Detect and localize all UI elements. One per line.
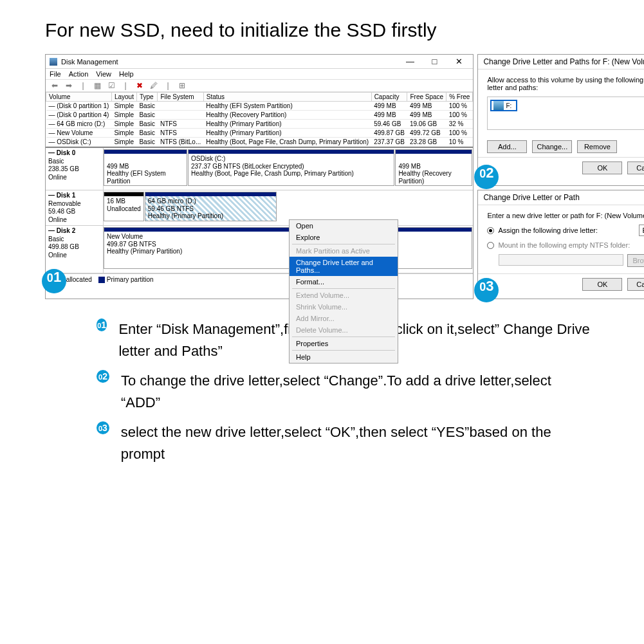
disk-label[interactable]: — Disk 1 Removable 59.48 GB Online (46, 190, 104, 225)
ok-button[interactable]: OK (582, 161, 622, 174)
legend-primary: Primary partition (107, 276, 154, 283)
col-free[interactable]: Free Space (407, 93, 446, 102)
bullet-icon: 02 (97, 370, 109, 383)
ctx-change-drive-letter[interactable]: Change Drive Letter and Paths... (290, 257, 398, 276)
table-row[interactable]: — 64 GB micro (D:)SimpleBasicNTFSHealthy… (46, 120, 473, 129)
col-status[interactable]: Status (203, 93, 371, 102)
close-button[interactable]: ✕ (448, 57, 469, 66)
headline: For new SSD, need to initialize the SSD … (0, 0, 644, 48)
browse-button: Browse... (627, 254, 644, 267)
delete-icon[interactable]: ✖ (134, 81, 145, 90)
table-row[interactable]: — OSDisk (C:)SimpleBasicNTFS (BitLo...He… (46, 138, 473, 147)
radio-assign-label: Assign the following drive letter: (498, 226, 598, 234)
ctx-help[interactable]: Help (290, 351, 398, 363)
instruction-step-2: To change the drive letter,select “Chang… (121, 370, 593, 414)
ctx-delete: Delete Volume... (290, 324, 398, 336)
table-row[interactable]: — (Disk 0 partition 1)SimpleBasicHealthy… (46, 102, 473, 111)
ok-button[interactable]: OK (582, 278, 622, 291)
minimize-button[interactable]: — (400, 57, 420, 66)
table-row[interactable]: — New VolumeSimpleBasicNTFSHealthy (Prim… (46, 129, 473, 138)
maximize-button[interactable]: □ (424, 57, 445, 66)
dialog-title: Change Drive Letter or Path (483, 193, 579, 202)
context-menu: Open Explore Mark Partition as Active Ch… (289, 219, 398, 363)
ctx-explore[interactable]: Explore (290, 232, 398, 243)
dialog-message: Allow access to this volume by using the… (487, 76, 644, 91)
col-fs[interactable]: File System (158, 93, 203, 102)
disk-row-2: — Disk 2 Basic 499.88 GB Online New Volu… (46, 226, 473, 273)
ctx-format[interactable]: Format... (290, 276, 398, 288)
folder-path-input (499, 254, 623, 266)
page: For new SSD, need to initialize the SSD … (0, 0, 644, 499)
legend: Unallocated Primary partition (46, 273, 473, 285)
partition[interactable]: 64 GB micro (D:)59.46 GB NTFSHealthy (Pr… (145, 192, 277, 221)
bullet-icon: 03 (97, 421, 109, 434)
back-icon[interactable]: ⬅ (50, 81, 60, 90)
change-button[interactable]: Change... (532, 140, 572, 153)
col-capacity[interactable]: Capacity (371, 93, 407, 102)
step-badge-3: 03 (474, 278, 499, 302)
menu-bar: File Action View Help (46, 69, 473, 79)
radio-mount-folder[interactable] (487, 242, 494, 249)
partition-unallocated[interactable]: 16 MBUnallocated (104, 192, 144, 221)
title-bar: Disk Management — □ ✕ (46, 55, 473, 69)
radio-mount-label: Mount in the following empty NTFS folder… (498, 241, 630, 249)
forward-icon[interactable]: ➡ (64, 81, 74, 90)
disk-graphical-area: — Disk 0 Basic 238.35 GB Online 499 MBHe… (46, 147, 473, 273)
disk-row-1: — Disk 1 Removable 59.48 GB Online 16 MB… (46, 190, 473, 226)
partition[interactable]: New Volume499.87 GB NTFSHealthy (Primary… (104, 227, 472, 269)
add-button[interactable]: Add... (487, 140, 527, 153)
table-row[interactable]: — (Disk 0 partition 4)SimpleBasicHealthy… (46, 111, 473, 120)
ctx-mirror: Add Mirror... (290, 313, 398, 324)
ctx-extend: Extend Volume... (290, 290, 398, 301)
app-icon (50, 58, 57, 66)
menu-action[interactable]: Action (69, 70, 89, 78)
instruction-step-3: select the new drive letter,select “OK”,… (121, 421, 593, 465)
dialog-message: Enter a new drive letter or path for F: … (487, 212, 644, 219)
col-type[interactable]: Type (136, 93, 157, 102)
tool-bar: ⬅ ➡ | ▦ ☑ | ✖ 🖉 | ⊞ (46, 79, 473, 92)
col-pct[interactable]: % Free (446, 93, 473, 102)
menu-file[interactable]: File (50, 70, 61, 78)
bullet-icon: 01 (97, 318, 107, 331)
screenshot-area: Disk Management — □ ✕ File Action View H… (0, 48, 644, 306)
disk-label[interactable]: — Disk 2 Basic 499.88 GB Online (46, 226, 104, 273)
refresh-icon[interactable]: 🖉 (149, 81, 159, 90)
radio-assign-letter[interactable] (487, 227, 494, 234)
step-badge-2: 02 (474, 165, 499, 189)
col-volume[interactable]: Volume (46, 93, 112, 102)
col-layout[interactable]: Layout (111, 93, 136, 102)
tool-icon[interactable]: ☑ (106, 81, 116, 90)
ctx-open[interactable]: Open (290, 220, 398, 232)
change-paths-dialog: Change Drive Letter and Paths for F: (Ne… (477, 54, 644, 186)
disk-row-0: — Disk 0 Basic 238.35 GB Online 499 MBHe… (46, 148, 473, 190)
assign-letter-dialog: Change Drive Letter or Path ✕ Enter a ne… (477, 190, 644, 299)
cancel-button[interactable]: Cancel (627, 161, 644, 174)
menu-view[interactable]: View (96, 70, 111, 78)
menu-help[interactable]: Help (119, 70, 134, 78)
step-badge-1: 01 (42, 269, 66, 293)
ctx-properties[interactable]: Properties (290, 338, 398, 349)
paths-listbox[interactable]: F: (487, 97, 644, 130)
drive-letter-combo[interactable]: E (639, 225, 644, 236)
ctx-shrink: Shrink Volume... (290, 301, 398, 313)
cancel-button[interactable]: Cancel (627, 278, 644, 291)
tool-icon[interactable]: ⊞ (177, 81, 187, 90)
disk-management-window: Disk Management — □ ✕ File Action View H… (45, 54, 474, 299)
drive-chip[interactable]: F: (490, 100, 517, 111)
partition[interactable]: OSDisk (C:)237.37 GB NTFS (BitLocker Enc… (188, 149, 394, 186)
ctx-mark-active: Mark Partition as Active (290, 245, 398, 257)
volume-table: Volume Layout Type File System Status Ca… (46, 92, 473, 147)
window-title: Disk Management (61, 58, 118, 66)
partition[interactable]: 499 MBHealthy (Recovery Partition) (395, 149, 472, 186)
disk-label[interactable]: — Disk 0 Basic 238.35 GB Online (46, 148, 104, 190)
tool-icon[interactable]: ▦ (92, 81, 102, 90)
dialog-title: Change Drive Letter and Paths for F: (Ne… (483, 57, 644, 66)
remove-button[interactable]: Remove (577, 140, 617, 153)
partition[interactable]: 499 MBHealthy (EFI System Partition (104, 149, 187, 186)
